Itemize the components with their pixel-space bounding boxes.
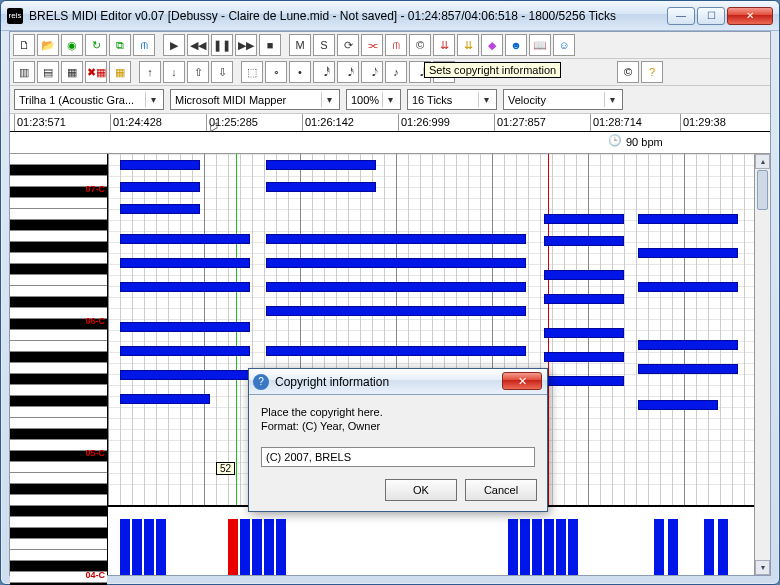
eraser-button[interactable]: ◆ [481,34,503,56]
piano-key-black[interactable] [10,220,107,231]
midi-note[interactable] [120,394,210,404]
copyright-input[interactable] [261,447,535,467]
piano-key-white[interactable] [10,550,107,561]
time-ruler[interactable]: 01:23:571 01:24:428 01:25:285 01:26:142 … [10,114,770,132]
loop-button[interactable]: ⟳ [337,34,359,56]
velocity-bar[interactable] [252,519,262,575]
track-combo[interactable]: Trilha 1 (Acoustic Gra... [14,89,164,110]
note64-button[interactable]: 𝅘𝅥𝅰 [313,61,335,83]
velocity-bar[interactable] [718,519,728,575]
midi-note[interactable] [638,282,738,292]
piano-key-black[interactable] [10,528,107,539]
velocity-bar[interactable] [240,519,250,575]
midi-note[interactable] [544,376,624,386]
piano-key-white[interactable] [10,209,107,220]
note16-button[interactable]: 𝅘𝅥𝅮 [361,61,383,83]
piano-key-black[interactable] [10,165,107,176]
piano-key-white[interactable] [10,418,107,429]
piano-key-black[interactable] [10,352,107,363]
minimize-button[interactable]: — [667,7,695,25]
midi-note[interactable] [120,234,250,244]
velocity-bar[interactable] [144,519,154,575]
velocity-bar[interactable] [556,519,566,575]
velocity-bar[interactable] [568,519,578,575]
midi-note[interactable] [266,160,376,170]
midi-note[interactable] [120,282,250,292]
midi-note[interactable] [544,270,624,280]
maximize-button[interactable]: ☐ [697,7,725,25]
move-up-button[interactable]: ↑ [139,61,161,83]
midi-note[interactable] [544,214,624,224]
velocity-bar[interactable] [276,519,286,575]
midi-note[interactable] [266,346,526,356]
midi-note[interactable] [266,306,526,316]
midi-note[interactable] [638,214,738,224]
play-button[interactable]: ▶ [163,34,185,56]
piano-key-black[interactable] [10,484,107,495]
octave-up-button[interactable]: ⇧ [187,61,209,83]
piano-key-white[interactable] [10,154,107,165]
move-down-button[interactable]: ↓ [163,61,185,83]
grid-btn-3[interactable]: ▦ [61,61,83,83]
scroll-down-arrow[interactable]: ▾ [755,560,770,575]
midi-note[interactable] [266,258,526,268]
midi-note[interactable] [544,352,624,362]
midi-note[interactable] [638,400,718,410]
piano-key-white[interactable] [10,198,107,209]
ok-button[interactable]: OK [385,479,457,501]
velocity-bar[interactable] [544,519,554,575]
piano-key-black[interactable] [10,297,107,308]
cancel-button[interactable]: Cancel [465,479,537,501]
pause-button[interactable]: ❚❚ [211,34,233,56]
note8-button[interactable]: ♪ [385,61,407,83]
midi-note[interactable] [638,364,738,374]
midi-note[interactable] [544,328,624,338]
grid-btn-1[interactable]: ▥ [13,61,35,83]
scroll-up-arrow[interactable]: ▴ [755,154,770,169]
mute-button[interactable]: M [289,34,311,56]
octave-down-button[interactable]: ⇩ [211,61,233,83]
piano-keyboard[interactable]: 07-C06-C05-C04-C [10,154,108,575]
velocity-bar[interactable] [120,519,130,575]
help-button-2[interactable]: ? [641,61,663,83]
velocity-bar[interactable] [156,519,166,575]
piano-key-black[interactable] [10,429,107,440]
tool-btn-5[interactable]: ⧉ [109,34,131,56]
piano-key-white[interactable] [10,286,107,297]
piano-key-white[interactable] [10,473,107,484]
piano-key-white[interactable] [10,341,107,352]
tempo-lane[interactable]: ▱ 🕒 90 bpm [10,132,770,154]
piano-key-black[interactable] [10,374,107,385]
piano-key-white[interactable] [10,407,107,418]
velocity-bar[interactable] [654,519,664,575]
dialog-close-button[interactable]: ✕ [502,372,542,390]
velocity-bar[interactable] [228,519,238,575]
midi-note[interactable] [120,182,200,192]
tool-btn-4[interactable]: ↻ [85,34,107,56]
note32-button[interactable]: 𝅘𝅥𝅯 [337,61,359,83]
select-rect-button[interactable]: ⬚ [241,61,263,83]
info-button[interactable]: ☻ [505,34,527,56]
scroll-thumb[interactable] [757,170,768,210]
tool-btn-15[interactable]: ⫘ [361,34,383,56]
midi-note[interactable] [266,234,526,244]
zoom-combo[interactable]: 100% [346,89,401,110]
midi-note[interactable] [120,160,200,170]
dot1-button[interactable]: ∘ [265,61,287,83]
velocity-bar[interactable] [532,519,542,575]
piano-key-white[interactable] [10,495,107,506]
velocity-bar[interactable] [520,519,530,575]
piano-key-white[interactable] [10,539,107,550]
velocity-lane[interactable] [108,505,754,575]
open-file-button[interactable]: 📂 [37,34,59,56]
dialog-titlebar[interactable]: ? Copyright information ✕ [249,369,547,395]
midi-note[interactable] [120,346,250,356]
velocity-bar[interactable] [704,519,714,575]
midi-note[interactable] [544,294,624,304]
velocity-bar[interactable] [264,519,274,575]
vertical-scrollbar[interactable]: ▴ ▾ [754,154,770,575]
copyright-button[interactable]: © [409,34,431,56]
new-file-button[interactable]: 🗋 [13,34,35,56]
piano-key-white[interactable] [10,462,107,473]
piano-key-white[interactable] [10,330,107,341]
